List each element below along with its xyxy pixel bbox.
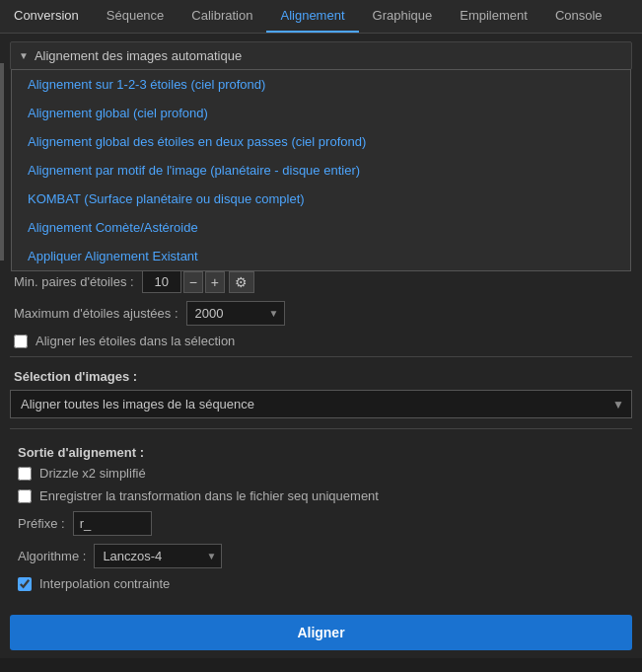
algorithm-select[interactable]: Bilinéaire Bicubique Lanczos-4 [94, 544, 222, 568]
drizzle-row: Drizzle x2 simplifié [14, 466, 628, 481]
save-transform-row: Enregistrer la transformation dans le fi… [14, 488, 628, 503]
sortie-title: Sortie d'alignement : [14, 441, 628, 466]
algorithm-label: Algorithme : [18, 549, 86, 563]
min-pairs-decrement[interactable]: − [183, 271, 203, 293]
tab-calibration[interactable]: Calibration [178, 0, 266, 33]
save-transform-checkbox[interactable] [18, 489, 32, 503]
prefix-label: Préfixe : [18, 516, 65, 531]
min-pairs-input[interactable]: 10 [142, 270, 181, 293]
alignment-dropdown-menu: Alignement sur 1-2-3 étoiles (ciel profo… [11, 69, 631, 271]
tab-empilement[interactable]: Empilement [446, 0, 541, 33]
min-pairs-stepper: 10 − + [142, 270, 225, 293]
min-pairs-row: Min. paires d'étoiles : 10 − + ⚙ [10, 270, 632, 293]
tab-sequence[interactable]: Séquence [93, 0, 178, 33]
max-stars-select-wrapper: 500 1000 2000 3000 5000 ▼ [186, 301, 285, 326]
menu-item-4[interactable]: Alignement par motif de l'image (planéta… [12, 156, 630, 185]
drizzle-label: Drizzle x2 simplifié [39, 466, 146, 481]
align-in-selection-checkbox[interactable] [14, 335, 28, 348]
align-in-selection-label: Aligner les étoiles dans la sélection [36, 334, 235, 348]
main-content: ▼ Alignement des images automatique Alig… [0, 34, 642, 658]
align-in-selection-row: Aligner les étoiles dans la sélection [10, 334, 632, 348]
menu-item-6[interactable]: Alignement Comète/Astéroide [12, 213, 630, 242]
save-transform-label: Enregistrer la transformation dans le fi… [39, 488, 379, 503]
prefix-input[interactable] [73, 511, 152, 536]
tab-console[interactable]: Console [541, 0, 616, 33]
dropdown-arrow-icon: ▼ [19, 50, 29, 61]
min-pairs-label: Min. paires d'étoiles : [14, 274, 134, 289]
tab-alignement[interactable]: Alignement [266, 0, 358, 33]
interpolation-label: Interpolation contrainte [39, 576, 170, 591]
max-stars-row: Maximum d'étoiles ajustées : 500 1000 20… [10, 301, 632, 326]
algorithm-select-wrapper: Bilinéaire Bicubique Lanczos-4 ▼ [94, 544, 222, 568]
prefix-row: Préfixe : [14, 511, 628, 536]
menu-item-7[interactable]: Appliquer Alignement Existant [12, 242, 630, 270]
image-selection-wrapper: Aligner toutes les images de la séquence… [10, 390, 632, 418]
drizzle-checkbox[interactable] [18, 467, 32, 481]
max-stars-label: Maximum d'étoiles ajustées : [14, 306, 178, 321]
side-marker [0, 63, 4, 261]
tab-bar: Conversion Séquence Calibration Aligneme… [0, 0, 642, 34]
alignment-dropdown-header[interactable]: ▼ Alignement des images automatique [11, 42, 631, 69]
menu-item-1[interactable]: Alignement sur 1-2-3 étoiles (ciel profo… [12, 70, 630, 99]
image-selection-select[interactable]: Aligner toutes les images de la séquence… [10, 390, 632, 418]
interpolation-checkbox[interactable] [18, 577, 32, 591]
min-pairs-increment[interactable]: + [205, 271, 225, 293]
sortie-section: Sortie d'alignement : Drizzle x2 simplif… [10, 437, 632, 603]
menu-item-2[interactable]: Alignement global (ciel profond) [12, 99, 630, 127]
alignment-section-title: Alignement des images automatique [35, 48, 242, 63]
alignment-dropdown-section: ▼ Alignement des images automatique Alig… [10, 41, 632, 70]
tab-conversion[interactable]: Conversion [0, 0, 93, 33]
tab-graphique[interactable]: Graphique [359, 0, 447, 33]
algorithm-row: Algorithme : Bilinéaire Bicubique Lanczo… [14, 544, 628, 568]
max-stars-select[interactable]: 500 1000 2000 3000 5000 [186, 301, 285, 326]
min-pairs-gear-button[interactable]: ⚙ [229, 271, 254, 293]
interpolation-row: Interpolation contrainte [14, 576, 628, 591]
menu-item-5[interactable]: KOMBAT (Surface planétaire ou disque com… [12, 185, 630, 213]
divider-2 [10, 428, 632, 429]
gear-icon: ⚙ [235, 274, 248, 290]
image-selection-title: Sélection d'images : [10, 365, 632, 390]
align-button[interactable]: Aligner [10, 615, 632, 650]
menu-item-3[interactable]: Alignement global des étoiles en deux pa… [12, 127, 630, 156]
divider-1 [10, 356, 632, 357]
